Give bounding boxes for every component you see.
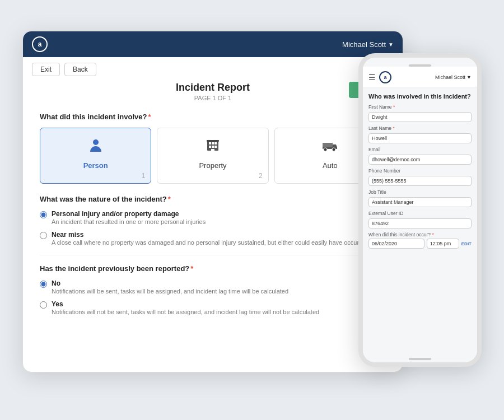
svg-rect-3: [212, 142, 214, 144]
mobile-time-input[interactable]: [427, 239, 459, 249]
person-icon: [87, 137, 104, 158]
mobile-menu-icon[interactable]: ☰: [368, 73, 376, 82]
mobile-first-name-input[interactable]: [368, 112, 472, 122]
building-icon: [204, 137, 221, 158]
mobile-header: ☰ a Michael Scott ▼: [363, 67, 477, 87]
radio-personal-injury-label: Personal injury and/or property damage: [52, 210, 206, 218]
auto-card-label: Auto: [323, 161, 338, 170]
mobile-edit-link[interactable]: EDIT: [461, 241, 472, 246]
mobile-date-label: When did this incident occur? *: [368, 232, 472, 237]
radio-near-miss-desc: A close call where no property was damag…: [52, 239, 368, 246]
radio-near-miss-input[interactable]: [40, 232, 47, 239]
radio-no-desc: Notifications will be sent, tasks will b…: [52, 288, 288, 295]
svg-rect-8: [211, 149, 214, 151]
radio-yes[interactable]: Yes Notifications will not be sent, task…: [40, 300, 386, 315]
reported-section: Has the incident previously been reporte…: [40, 264, 386, 315]
mobile-last-name-label: Last Name *: [368, 125, 472, 131]
svg-point-11: [324, 148, 327, 151]
svg-rect-13: [323, 143, 333, 147]
mobile-first-name-label: First Name *: [368, 104, 472, 110]
radio-no-label: No: [52, 279, 288, 287]
mobile-phone-input[interactable]: [368, 176, 472, 186]
radio-yes-desc: Notifications will not be sent, tasks wi…: [52, 309, 319, 315]
svg-rect-2: [209, 142, 211, 144]
user-chevron-icon: ▼: [388, 41, 394, 48]
mobile-body: Who was involved in this incident? First…: [363, 87, 477, 354]
exit-button[interactable]: Exit: [32, 63, 60, 76]
incident-question: What did this incident involve?*: [40, 113, 386, 121]
mobile-section-title: Who was involved in this incident?: [368, 93, 472, 100]
radio-yes-label: Yes: [52, 300, 319, 308]
svg-rect-5: [209, 146, 211, 148]
radio-personal-injury-desc: An incident that resulted in one or more…: [52, 218, 206, 225]
mobile-user[interactable]: Michael Scott ▼: [435, 74, 472, 80]
header-user[interactable]: Michael Scott ▼: [342, 40, 394, 49]
mobile-email-input[interactable]: [368, 155, 472, 165]
svg-rect-7: [214, 146, 217, 148]
mobile-inner: ☰ a Michael Scott ▼ Who was involved in …: [363, 58, 477, 362]
desktop-toolbar: Exit Back: [23, 57, 403, 82]
mobile-home-indicator: [409, 358, 431, 360]
mobile-user-name: Michael Scott: [435, 74, 465, 80]
svg-point-0: [93, 139, 99, 145]
svg-rect-6: [212, 146, 214, 148]
reported-question: Has the incident previously been reporte…: [40, 264, 386, 273]
svg-rect-9: [207, 140, 219, 142]
incident-card-property[interactable]: Property 2: [157, 128, 268, 184]
back-button[interactable]: Back: [64, 63, 96, 76]
nature-section: What was the nature of the incident?* Pe…: [40, 195, 386, 246]
mobile-last-name-input[interactable]: [368, 133, 472, 143]
radio-yes-input[interactable]: [40, 301, 47, 309]
mobile-phone-label: Phone Number: [368, 168, 472, 174]
mobile-date-input[interactable]: [368, 239, 424, 249]
radio-personal-injury-input[interactable]: [40, 211, 47, 218]
mobile-mockup: ☰ a Michael Scott ▼ Who was involved in …: [358, 53, 482, 367]
mobile-user-chevron: ▼: [466, 74, 472, 80]
radio-near-miss-label: Near miss: [52, 231, 368, 239]
person-card-number: 1: [142, 172, 146, 180]
property-card-label: Property: [199, 161, 226, 170]
person-card-label: Person: [83, 161, 108, 170]
mobile-external-id-label: External User ID: [368, 211, 472, 216]
radio-personal-injury[interactable]: Personal injury and/or property damage A…: [40, 210, 386, 225]
radio-yes-text: Yes Notifications will not be sent, task…: [52, 300, 319, 315]
property-card-number: 2: [259, 172, 263, 180]
incident-cards: Person 1: [40, 128, 386, 184]
mobile-date-row: EDIT: [368, 239, 472, 249]
radio-no[interactable]: No Notifications will be sent, tasks wil…: [40, 279, 386, 295]
mobile-job-title-input[interactable]: [368, 197, 472, 207]
truck-icon: [321, 137, 338, 158]
mobile-logo: a: [379, 71, 391, 83]
mobile-speaker: [409, 64, 431, 67]
user-name: Michael Scott: [342, 40, 386, 49]
mobile-external-id-input[interactable]: [368, 218, 472, 228]
desktop-content: Incident Report PAGE 1 OF 1 Save What di…: [23, 82, 403, 335]
mobile-logo-area: ☰ a: [368, 71, 391, 83]
svg-point-12: [332, 148, 335, 151]
radio-near-miss-text: Near miss A close call where no property…: [52, 231, 368, 246]
radio-personal-injury-text: Personal injury and/or property damage A…: [52, 210, 206, 225]
radio-near-miss[interactable]: Near miss A close call where no property…: [40, 231, 386, 246]
mobile-email-label: Email: [368, 147, 472, 152]
mobile-job-title-label: Job Title: [368, 189, 472, 195]
form-title-area: Incident Report PAGE 1 OF 1 Save: [40, 82, 386, 101]
desktop-header: a Michael Scott ▼: [23, 31, 403, 57]
app-logo: a: [32, 36, 48, 52]
desktop-mockup: a Michael Scott ▼ Exit Back Incident Rep…: [22, 31, 403, 372]
radio-no-input[interactable]: [40, 281, 47, 288]
incident-card-person[interactable]: Person 1: [40, 128, 151, 184]
form-title: Incident Report: [40, 82, 386, 94]
form-subtitle: PAGE 1 OF 1: [40, 95, 386, 101]
nature-question: What was the nature of the incident?*: [40, 195, 386, 203]
radio-no-text: No Notifications will be sent, tasks wil…: [52, 279, 288, 295]
svg-rect-4: [214, 142, 217, 144]
